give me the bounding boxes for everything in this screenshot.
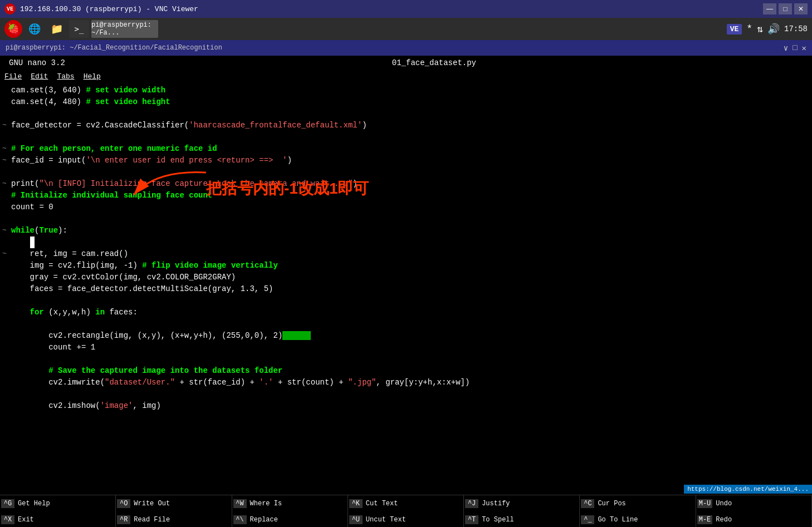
- title-bar-controls[interactable]: — □ ✕: [763, 3, 808, 14]
- line-marker: [2, 377, 11, 388]
- code-line-10: # Initialize individual sampling face co…: [0, 190, 812, 201]
- line-marker: [2, 388, 11, 400]
- code-line-4: ~ face_detector = cv2.CascadeClassifier(…: [0, 120, 812, 131]
- title-bar-left: VE 192.168.100.30 (raspberrypi) - VNC Vi…: [4, 3, 198, 14]
- bluetooth-icon[interactable]: *: [746, 23, 752, 35]
- files-button[interactable]: 📁: [47, 20, 67, 38]
- line-marker: ~: [2, 178, 11, 190]
- line-marker: ~: [2, 120, 11, 131]
- line-marker: [2, 353, 11, 365]
- code-content: [11, 237, 810, 248]
- rpi-taskbar-right: VE * ⇅ 🔊 17:58: [727, 23, 808, 35]
- code-content: count += 1: [11, 342, 810, 353]
- raspberry-icon: 🍓: [7, 23, 19, 35]
- code-line-16: img = cv2.flip(img, -1) # flip video ima…: [0, 260, 812, 272]
- shortcut-key: M-E: [697, 515, 713, 524]
- code-content: img = cv2.flip(img, -1) # flip video ima…: [11, 260, 810, 272]
- shortcut-label: Read File: [131, 516, 170, 524]
- shortcut-label: Write Out: [131, 500, 170, 508]
- terminal-controls[interactable]: ∨ □ ✕: [784, 43, 806, 53]
- code-line-rect: cv2.rectangle(img, (x,y), (x+w,y+h), (25…: [0, 330, 812, 342]
- shortcut-redo[interactable]: M-E Redo: [696, 511, 812, 527]
- line-marker: [2, 131, 11, 143]
- code-line-7: ~ face_id = input('\n enter user id end …: [0, 155, 812, 166]
- shortcut-where-is[interactable]: ^W Where Is: [232, 495, 348, 511]
- shortcut-replace[interactable]: ^\ Replace: [232, 511, 348, 527]
- code-content: cam.set(3, 640) # set video width: [11, 85, 810, 96]
- shortcut-label: Cut Text: [364, 500, 398, 508]
- network-icon[interactable]: ⇅: [757, 23, 763, 35]
- code-content: [11, 108, 810, 120]
- vnc-icon: VE: [4, 3, 16, 14]
- shortcut-label: Undo: [713, 500, 732, 508]
- line-marker: ~: [2, 225, 11, 237]
- shortcut-undo[interactable]: M-U Undo: [696, 495, 812, 511]
- code-content: for (x,y,w,h) in faces:: [11, 307, 810, 318]
- raspberry-button[interactable]: 🍓: [4, 20, 22, 38]
- line-marker: [2, 108, 11, 120]
- code-content: cv2.rectangle(img, (x,y), (x+w,y+h), (25…: [11, 330, 810, 342]
- menu-file[interactable]: File: [4, 72, 22, 81]
- term-close[interactable]: ✕: [802, 43, 806, 53]
- menu-help[interactable]: Help: [84, 72, 101, 81]
- shortcut-read-file[interactable]: ^R Read File: [116, 511, 232, 527]
- shortcut-label: Uncut Text: [364, 516, 406, 524]
- term-minimize[interactable]: ∨: [784, 43, 788, 53]
- code-content: cv2.imwrite("dataset/User." + str(face_i…: [11, 377, 810, 388]
- line-marker: [2, 295, 11, 307]
- title-bar: VE 192.168.100.30 (raspberrypi) - VNC Vi…: [0, 0, 812, 18]
- line-marker: [2, 342, 11, 353]
- maximize-button[interactable]: □: [779, 3, 792, 14]
- shortcut-cut-text[interactable]: ^K Cut Text: [348, 495, 464, 511]
- menu-edit[interactable]: Edit: [31, 72, 48, 81]
- shortcut-label: To Spell: [480, 516, 514, 524]
- line-marker: [2, 283, 11, 295]
- code-line-9: ~ print("\n [INFO] Initializing face cap…: [0, 178, 812, 190]
- code-line-18: faces = face_detector.detectMultiScale(g…: [0, 283, 812, 295]
- line-marker: ~: [2, 248, 11, 260]
- browser-button[interactable]: 🌐: [25, 20, 45, 38]
- code-content: faces = face_detector.detectMultiScale(g…: [11, 283, 810, 295]
- code-line-1: cam.set(3, 640) # set video width: [0, 85, 812, 96]
- bottom-bar: ^G Get Help ^O Write Out ^W Where Is ^K …: [0, 495, 812, 527]
- menu-tabs[interactable]: Tabs: [57, 72, 74, 81]
- code-content: [11, 318, 810, 330]
- line-marker: [2, 85, 11, 96]
- shortcut-exit[interactable]: ^X Exit: [0, 511, 116, 527]
- line-marker: [2, 201, 11, 213]
- shortcut-key: ^\: [233, 515, 247, 524]
- terminal-button[interactable]: >_: [69, 20, 89, 38]
- minimize-button[interactable]: —: [763, 3, 776, 14]
- volume-icon[interactable]: 🔊: [767, 23, 780, 35]
- line-marker: [2, 190, 11, 201]
- title-bar-text: 192.168.100.30 (raspberrypi) - VNC Viewe…: [20, 5, 198, 13]
- code-line-blank: [0, 108, 812, 120]
- code-content: print("\n [INFO] Initializing face captu…: [11, 178, 810, 190]
- shortcut-cur-pos[interactable]: ^C Cur Pos: [580, 495, 696, 511]
- shortcut-uncut-text[interactable]: ^U Uncut Text: [348, 511, 464, 527]
- term-maximize[interactable]: □: [793, 43, 797, 52]
- shortcut-to-spell[interactable]: ^T To Spell: [464, 511, 580, 527]
- shortcut-key: ^C: [581, 499, 594, 508]
- line-marker: [2, 237, 11, 248]
- line-marker: ~: [2, 143, 11, 155]
- app-label: pi@raspberrypi: ~/Fa...: [91, 21, 158, 37]
- line-marker: [2, 260, 11, 272]
- shortcut-write-out[interactable]: ^O Write Out: [116, 495, 232, 511]
- shortcut-justify[interactable]: ^J Justify: [464, 495, 580, 511]
- code-line-6: ~ # For each person, enter one numeric f…: [0, 143, 812, 155]
- shortcut-go-to-line[interactable]: ^_ Go To Line: [580, 511, 696, 527]
- code-line-count: count += 1: [0, 342, 812, 353]
- code-content: cam.set(4, 480) # set video height: [11, 96, 810, 108]
- taskbar-app-item[interactable]: pi@raspberrypi: ~/Fa...: [91, 20, 158, 38]
- code-content: cv2.imshow('image', img): [11, 400, 810, 412]
- code-line-blank2: [0, 131, 812, 143]
- shortcut-label: Exit: [16, 516, 34, 524]
- close-button[interactable]: ✕: [794, 3, 808, 14]
- shortcuts-row1: ^G Get Help ^O Write Out ^W Where Is ^K …: [0, 495, 812, 511]
- line-marker: [2, 307, 11, 318]
- ve-badge: VE: [727, 24, 742, 35]
- terminal-title: pi@raspberrypi: ~/Facial_Recognition/Fac…: [6, 44, 222, 52]
- shortcut-label: Cur Pos: [595, 500, 625, 508]
- shortcut-get-help[interactable]: ^G Get Help: [0, 495, 116, 511]
